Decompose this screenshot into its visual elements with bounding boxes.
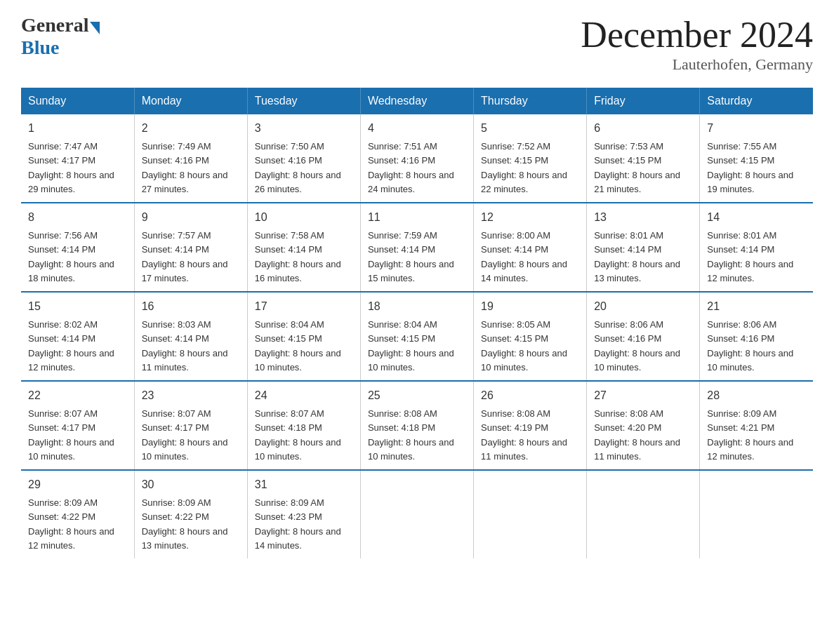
day-info: Sunrise: 8:07 AMSunset: 4:17 PMDaylight:… <box>142 408 228 462</box>
logo-general-text: General <box>21 14 88 36</box>
day-info: Sunrise: 8:03 AMSunset: 4:14 PMDaylight:… <box>142 319 228 373</box>
day-info: Sunrise: 7:50 AMSunset: 4:16 PMDaylight:… <box>255 141 341 194</box>
week-row-4: 22Sunrise: 8:07 AMSunset: 4:17 PMDayligh… <box>21 381 813 470</box>
month-title: December 2024 <box>581 14 813 55</box>
day-info: Sunrise: 7:58 AMSunset: 4:14 PMDaylight:… <box>255 230 341 283</box>
header-wednesday: Wednesday <box>360 88 473 114</box>
day-number: 9 <box>142 209 240 226</box>
day-number: 10 <box>255 209 353 226</box>
page-header: General Blue December 2024 Lauterhofen, … <box>21 14 813 74</box>
day-info: Sunrise: 8:07 AMSunset: 4:17 PMDaylight:… <box>28 408 114 462</box>
calendar-cell: 3Sunrise: 7:50 AMSunset: 4:16 PMDaylight… <box>247 114 360 203</box>
calendar-cell: 12Sunrise: 8:00 AMSunset: 4:14 PMDayligh… <box>474 203 587 292</box>
day-info: Sunrise: 7:57 AMSunset: 4:14 PMDaylight:… <box>142 230 228 283</box>
day-number: 17 <box>255 298 353 315</box>
calendar-cell <box>474 470 587 558</box>
week-row-5: 29Sunrise: 8:09 AMSunset: 4:22 PMDayligh… <box>21 470 813 558</box>
day-number: 22 <box>28 387 127 404</box>
day-number: 2 <box>142 120 240 137</box>
calendar-cell <box>700 470 813 558</box>
day-number: 15 <box>28 298 127 315</box>
day-info: Sunrise: 7:55 AMSunset: 4:15 PMDaylight:… <box>707 141 793 194</box>
day-info: Sunrise: 7:49 AMSunset: 4:16 PMDaylight:… <box>142 141 228 194</box>
day-number: 6 <box>594 120 692 137</box>
day-number: 19 <box>481 298 579 315</box>
header-monday: Monday <box>134 88 247 114</box>
day-info: Sunrise: 8:07 AMSunset: 4:18 PMDaylight:… <box>255 408 341 462</box>
calendar-cell: 20Sunrise: 8:06 AMSunset: 4:16 PMDayligh… <box>587 292 700 381</box>
day-number: 29 <box>28 476 127 493</box>
calendar-header-row: SundayMondayTuesdayWednesdayThursdayFrid… <box>21 88 813 114</box>
day-number: 27 <box>594 387 692 404</box>
day-number: 1 <box>28 120 127 137</box>
day-info: Sunrise: 8:01 AMSunset: 4:14 PMDaylight:… <box>707 230 793 283</box>
day-info: Sunrise: 8:09 AMSunset: 4:21 PMDaylight:… <box>707 408 793 462</box>
day-info: Sunrise: 8:02 AMSunset: 4:14 PMDaylight:… <box>28 319 114 373</box>
calendar-cell: 2Sunrise: 7:49 AMSunset: 4:16 PMDaylight… <box>134 114 247 203</box>
week-row-3: 15Sunrise: 8:02 AMSunset: 4:14 PMDayligh… <box>21 292 813 381</box>
day-info: Sunrise: 8:04 AMSunset: 4:15 PMDaylight:… <box>255 319 341 373</box>
day-number: 30 <box>142 476 240 493</box>
day-info: Sunrise: 8:05 AMSunset: 4:15 PMDaylight:… <box>481 319 567 373</box>
calendar-cell: 6Sunrise: 7:53 AMSunset: 4:15 PMDaylight… <box>587 114 700 203</box>
calendar-cell: 15Sunrise: 8:02 AMSunset: 4:14 PMDayligh… <box>21 292 134 381</box>
header-friday: Friday <box>587 88 700 114</box>
calendar-cell: 10Sunrise: 7:58 AMSunset: 4:14 PMDayligh… <box>247 203 360 292</box>
calendar-cell: 26Sunrise: 8:08 AMSunset: 4:19 PMDayligh… <box>474 381 587 470</box>
calendar-cell <box>360 470 473 558</box>
calendar-cell: 27Sunrise: 8:08 AMSunset: 4:20 PMDayligh… <box>587 381 700 470</box>
calendar-cell: 16Sunrise: 8:03 AMSunset: 4:14 PMDayligh… <box>134 292 247 381</box>
calendar-cell: 8Sunrise: 7:56 AMSunset: 4:14 PMDaylight… <box>21 203 134 292</box>
day-number: 12 <box>481 209 579 226</box>
week-row-1: 1Sunrise: 7:47 AMSunset: 4:17 PMDaylight… <box>21 114 813 203</box>
day-number: 3 <box>255 120 353 137</box>
calendar-cell: 30Sunrise: 8:09 AMSunset: 4:22 PMDayligh… <box>134 470 247 558</box>
calendar-cell: 1Sunrise: 7:47 AMSunset: 4:17 PMDaylight… <box>21 114 134 203</box>
day-number: 28 <box>707 387 806 404</box>
calendar-cell: 21Sunrise: 8:06 AMSunset: 4:16 PMDayligh… <box>700 292 813 381</box>
header-tuesday: Tuesday <box>247 88 360 114</box>
day-number: 4 <box>368 120 466 137</box>
day-info: Sunrise: 8:04 AMSunset: 4:15 PMDaylight:… <box>368 319 454 373</box>
day-number: 7 <box>707 120 806 137</box>
calendar-table: SundayMondayTuesdayWednesdayThursdayFrid… <box>21 88 813 558</box>
day-info: Sunrise: 8:09 AMSunset: 4:22 PMDaylight:… <box>142 497 228 551</box>
day-info: Sunrise: 8:00 AMSunset: 4:14 PMDaylight:… <box>481 230 567 283</box>
day-number: 11 <box>368 209 466 226</box>
calendar-cell: 25Sunrise: 8:08 AMSunset: 4:18 PMDayligh… <box>360 381 473 470</box>
header-thursday: Thursday <box>474 88 587 114</box>
day-info: Sunrise: 7:52 AMSunset: 4:15 PMDaylight:… <box>481 141 567 194</box>
day-info: Sunrise: 8:09 AMSunset: 4:23 PMDaylight:… <box>255 497 341 551</box>
logo: General Blue <box>21 14 100 59</box>
calendar-cell: 22Sunrise: 8:07 AMSunset: 4:17 PMDayligh… <box>21 381 134 470</box>
day-info: Sunrise: 8:06 AMSunset: 4:16 PMDaylight:… <box>707 319 793 373</box>
day-info: Sunrise: 7:56 AMSunset: 4:14 PMDaylight:… <box>28 230 114 283</box>
day-info: Sunrise: 8:01 AMSunset: 4:14 PMDaylight:… <box>594 230 680 283</box>
location: Lauterhofen, Germany <box>581 55 813 74</box>
day-number: 31 <box>255 476 353 493</box>
calendar-cell: 7Sunrise: 7:55 AMSunset: 4:15 PMDaylight… <box>700 114 813 203</box>
calendar-cell: 19Sunrise: 8:05 AMSunset: 4:15 PMDayligh… <box>474 292 587 381</box>
calendar-cell: 13Sunrise: 8:01 AMSunset: 4:14 PMDayligh… <box>587 203 700 292</box>
day-info: Sunrise: 7:47 AMSunset: 4:17 PMDaylight:… <box>28 141 114 194</box>
day-number: 13 <box>594 209 692 226</box>
day-number: 20 <box>594 298 692 315</box>
day-number: 23 <box>142 387 240 404</box>
calendar-cell: 23Sunrise: 8:07 AMSunset: 4:17 PMDayligh… <box>134 381 247 470</box>
calendar-cell: 29Sunrise: 8:09 AMSunset: 4:22 PMDayligh… <box>21 470 134 558</box>
day-number: 16 <box>142 298 240 315</box>
calendar-cell: 4Sunrise: 7:51 AMSunset: 4:16 PMDaylight… <box>360 114 473 203</box>
calendar-cell: 24Sunrise: 8:07 AMSunset: 4:18 PMDayligh… <box>247 381 360 470</box>
calendar-cell: 31Sunrise: 8:09 AMSunset: 4:23 PMDayligh… <box>247 470 360 558</box>
day-number: 21 <box>707 298 806 315</box>
day-info: Sunrise: 8:06 AMSunset: 4:16 PMDaylight:… <box>594 319 680 373</box>
calendar-cell <box>587 470 700 558</box>
calendar-cell: 18Sunrise: 8:04 AMSunset: 4:15 PMDayligh… <box>360 292 473 381</box>
day-info: Sunrise: 8:08 AMSunset: 4:20 PMDaylight:… <box>594 408 680 462</box>
logo-arrow-icon <box>90 22 100 34</box>
calendar-cell: 5Sunrise: 7:52 AMSunset: 4:15 PMDaylight… <box>474 114 587 203</box>
day-number: 5 <box>481 120 579 137</box>
day-info: Sunrise: 8:09 AMSunset: 4:22 PMDaylight:… <box>28 497 114 551</box>
day-info: Sunrise: 7:51 AMSunset: 4:16 PMDaylight:… <box>368 141 454 194</box>
header-sunday: Sunday <box>21 88 134 114</box>
